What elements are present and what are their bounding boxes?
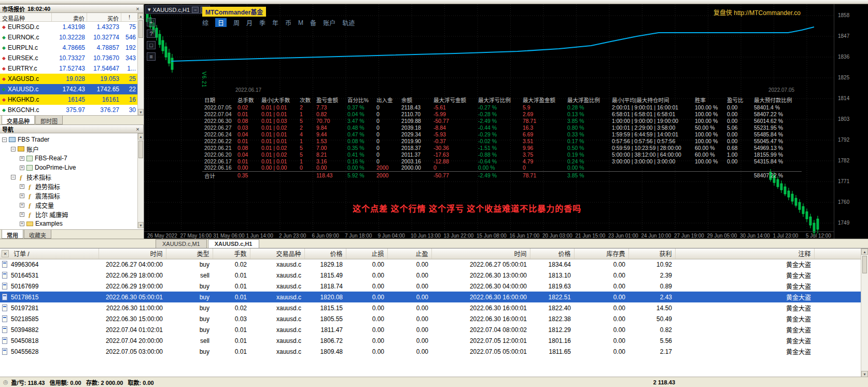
- tree-item-Examples[interactable]: +Examples: [0, 219, 144, 228]
- stats-column-header: 最大浮盈金额: [521, 96, 565, 104]
- order-row[interactable]: 501676992022.06.29 19:00:00buy0.01xauusd…: [0, 281, 861, 292]
- expand-toggle[interactable]: +: [20, 156, 24, 161]
- orders-column-header[interactable]: 止盈: [387, 248, 431, 259]
- chart-menu-账户[interactable]: 账户: [323, 18, 335, 27]
- chart-menu-M[interactable]: M: [298, 19, 303, 26]
- chart-titlebar[interactable]: ▾ XAUUSD.c,H1 − □: [145, 5, 210, 14]
- navigator-scrollbar[interactable]: ▲ ▼: [137, 133, 144, 228]
- close-icon[interactable]: ×: [134, 126, 141, 132]
- market-watch-row[interactable]: ◆BKGCNH.c375.97376.2730: [0, 105, 138, 115]
- market-watch-scrollbar[interactable]: ▲ ▼: [137, 13, 144, 115]
- order-row[interactable]: 501786152022.06.30 05:00:01buy0.01xauusd…: [0, 292, 861, 302]
- order-row[interactable]: 504508182022.07.04 20:00:00sell0.01xauus…: [0, 335, 861, 346]
- orders-column-header[interactable]: 库存费: [574, 248, 628, 259]
- expand-toggle[interactable]: +: [20, 222, 24, 226]
- tree-item-DooPrime-Live[interactable]: +DooPrime-Live: [0, 163, 144, 172]
- orders-column-header[interactable]: 订单 /: [0, 248, 99, 259]
- type-cell: buy: [166, 313, 213, 324]
- orders-column-header[interactable]: 价格: [530, 248, 574, 259]
- tree-item-比尔 威廉姆[interactable]: +ƒ比尔 威廉姆: [0, 210, 144, 219]
- chart-menu-年[interactable]: 年: [272, 18, 278, 27]
- market-watch-row[interactable]: ◆EURTRY.c17.5274317.546471...: [0, 63, 138, 74]
- tree-item-成交量[interactable]: +ƒ成交量: [0, 200, 144, 210]
- order-row[interactable]: 503948822022.07.04 01:02:01buy0.01xauusd…: [0, 324, 861, 335]
- orders-column-header[interactable]: 手数: [213, 248, 250, 259]
- tree-item-账户[interactable]: −账户: [0, 144, 144, 154]
- close-icon[interactable]: ×: [2, 250, 9, 257]
- orders-column-header[interactable]: 价格: [304, 248, 346, 259]
- column-bid[interactable]: 卖价: [52, 13, 87, 21]
- time-axis[interactable]: 26 May 202227 May 16:0031 May 06:001 Jun…: [144, 231, 834, 239]
- order-row[interactable]: 501645312022.06.29 18:00:00sell0.01xauus…: [0, 270, 861, 281]
- tab-常用[interactable]: 常用: [2, 230, 23, 239]
- expand-toggle[interactable]: −: [11, 175, 16, 179]
- orders-column-header[interactable]: 时间: [99, 248, 166, 259]
- stats-cell: 0.01: [235, 137, 259, 144]
- orders-column-header[interactable]: 类型: [166, 248, 213, 259]
- order-row[interactable]: 504556282022.07.05 03:00:00buy0.01xauusd…: [0, 346, 861, 357]
- market-watch-row[interactable]: ◆XAUUSD.c1742.431742.6522: [0, 84, 138, 94]
- column-symbol[interactable]: 交易品种: [0, 13, 52, 21]
- chart-menu-季[interactable]: 季: [259, 18, 265, 27]
- orders-column-header[interactable]: 注释: [675, 248, 814, 259]
- tree-item-趋势指标[interactable]: +ƒ趋势指标: [0, 182, 144, 191]
- column-spread[interactable]: !: [121, 13, 138, 21]
- tree-item-FBS Trader[interactable]: −FBS Trader: [0, 135, 144, 144]
- crosshair-tool[interactable]: +: [147, 18, 156, 26]
- market-watch-row[interactable]: ◆EURNOK.c10.3222810.32774546: [0, 32, 138, 43]
- expand-toggle[interactable]: −: [2, 137, 7, 142]
- market-watch-row[interactable]: ◆EURPLN.c4.786654.78857192: [0, 43, 138, 53]
- orders-column-header[interactable]: 时间: [431, 248, 530, 259]
- terminal-scrollbar[interactable]: ▲ ▼: [861, 248, 868, 377]
- tab-收藏夹[interactable]: 收藏夹: [24, 230, 51, 239]
- close-icon[interactable]: ×: [134, 6, 141, 12]
- order-row[interactable]: 499630642022.06.27 04:00:00buy0.02xauusd…: [0, 259, 861, 270]
- chart-menu-周[interactable]: 周: [233, 18, 240, 27]
- scroll-thumb[interactable]: [138, 141, 143, 158]
- tab-交易品种[interactable]: 交易品种: [2, 116, 35, 125]
- site-link[interactable]: 复盘侠 http://MTCommander.co: [713, 8, 801, 17]
- tree-item-技术指标[interactable]: −ƒ技术指标: [0, 172, 144, 182]
- chart-menu-备[interactable]: 备: [310, 18, 316, 27]
- minimize-icon[interactable]: −: [192, 7, 199, 13]
- expand-toggle[interactable]: +: [20, 184, 24, 189]
- window-tool[interactable]: □: [147, 41, 156, 49]
- tree-item-震荡指标[interactable]: +ƒ震荡指标: [0, 191, 144, 200]
- expand-toggle[interactable]: +: [20, 165, 24, 170]
- help-tool[interactable]: ?: [147, 30, 156, 38]
- chart-menu-币[interactable]: 币: [285, 18, 291, 27]
- orders-column-header[interactable]: 获利: [628, 248, 675, 259]
- scroll-down-icon[interactable]: ▼: [138, 222, 144, 228]
- close-time-cell: 2022.06.30 16:00:00: [431, 292, 530, 302]
- expand-toggle[interactable]: +: [20, 194, 24, 198]
- market-watch-row[interactable]: ◆EURSGD.c1.431981.4327375: [0, 22, 138, 32]
- tab-即时图[interactable]: 即时图: [35, 116, 63, 125]
- list-tool[interactable]: ≡: [147, 52, 156, 61]
- market-watch-row[interactable]: ◆HKGHKD.c161451616116: [0, 94, 138, 105]
- tab-XAUUSD.c,H1[interactable]: XAUUSD.c,H1: [208, 239, 259, 248]
- expand-toggle[interactable]: −: [11, 147, 16, 151]
- orders-column-header[interactable]: 止损: [346, 248, 387, 259]
- market-watch-row[interactable]: ◆EURSEK.c10.7332710.73670343: [0, 53, 138, 63]
- order-row[interactable]: 502185852022.06.30 15:00:00buy0.03xauusd…: [0, 313, 861, 324]
- chart-menu-日[interactable]: 日: [215, 18, 227, 27]
- market-watch-row[interactable]: ◆XAGUSD.c19.02819.05325: [0, 74, 138, 84]
- order-row[interactable]: 501972812022.06.30 11:00:00buy0.02xauusd…: [0, 302, 861, 313]
- expand-toggle[interactable]: +: [20, 212, 24, 217]
- expand-toggle[interactable]: +: [20, 203, 24, 208]
- scroll-thumb[interactable]: [138, 20, 143, 38]
- price-axis[interactable]: 1858184718361825181418031792178217711760…: [834, 4, 868, 239]
- chart-menu-综[interactable]: 综: [202, 18, 208, 27]
- scroll-up-icon[interactable]: ▲: [138, 133, 144, 140]
- scroll-up-icon[interactable]: ▲: [861, 248, 868, 255]
- tree-item-FBS-Real-7[interactable]: +FBS-Real-7: [0, 154, 144, 163]
- scroll-down-icon[interactable]: ▼: [138, 109, 144, 115]
- orders-column-header[interactable]: [814, 248, 861, 259]
- tab-XAUUSD.c,M1[interactable]: XAUUSD.c,M1: [156, 239, 207, 248]
- chart-menu-月[interactable]: 月: [246, 18, 253, 27]
- scroll-up-icon[interactable]: ▲: [138, 13, 144, 19]
- scroll-thumb[interactable]: [862, 256, 867, 273]
- column-ask[interactable]: 买价: [87, 13, 121, 21]
- chart-menu-轨迹[interactable]: 轨迹: [342, 18, 355, 27]
- orders-column-header[interactable]: 交易品种: [250, 248, 304, 259]
